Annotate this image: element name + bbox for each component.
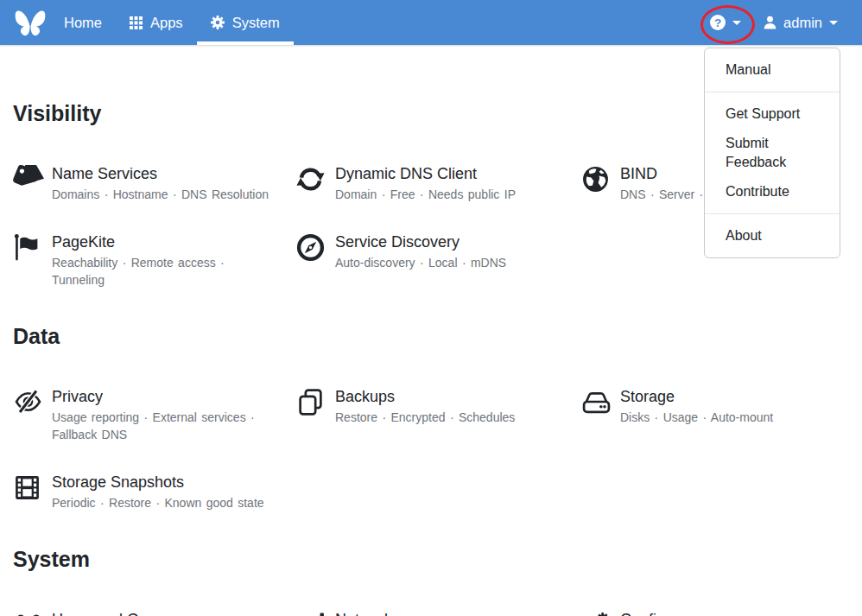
card-dynamic-dns-client[interactable]: Dynamic DNS Client Domain · Free · Needs… — [296, 164, 581, 203]
eye-slash-icon — [13, 387, 52, 443]
section-heading: Data — [13, 323, 849, 349]
card-subtitle: Domain · Free · Needs public IP — [335, 186, 516, 203]
card-title: Storage — [620, 387, 773, 407]
users-icon — [13, 610, 52, 616]
user-icon — [764, 16, 776, 29]
card-backups[interactable]: Backups Restore · Encrypted · Schedules — [296, 387, 581, 443]
nav-home[interactable]: Home — [50, 0, 116, 45]
card-title: BIND — [620, 164, 703, 184]
card-title: Dynamic DNS Client — [335, 164, 516, 184]
menu-item-contribute[interactable]: Contribute — [705, 177, 840, 206]
card-title: Users and Groups — [52, 610, 178, 616]
card-title: Service Discovery — [335, 232, 506, 252]
signal-icon — [296, 610, 335, 616]
card-storage[interactable]: Storage Disks · Usage · Auto-mount — [581, 387, 849, 443]
card-subtitle: Domains · Hostname · DNS Resolution — [52, 186, 269, 203]
menu-item-about[interactable]: About — [705, 221, 840, 251]
card-title: Privacy — [52, 387, 269, 407]
film-icon — [13, 473, 52, 511]
nav-apps[interactable]: Apps — [116, 0, 197, 45]
section-heading: System — [13, 546, 849, 572]
card-privacy[interactable]: Privacy Usage reporting · External servi… — [13, 387, 296, 443]
chevron-down-icon — [732, 21, 741, 25]
card-title: Storage Snapshots — [52, 473, 264, 492]
nav-system[interactable]: System — [197, 0, 294, 45]
menu-item-submit-feedback[interactable]: Submit Feedback — [705, 129, 840, 177]
hard-drive-icon — [581, 387, 620, 443]
question-circle-icon: ? — [710, 15, 726, 30]
card-networks[interactable]: Networks — [296, 610, 581, 616]
card-title: Networks — [335, 610, 400, 616]
nav-apps-label: Apps — [150, 15, 183, 31]
card-subtitle: Periodic · Restore · Known good state — [52, 494, 264, 511]
cogs-icon — [581, 610, 620, 616]
menu-item-get-support[interactable]: Get Support — [705, 99, 840, 129]
compass-icon — [296, 232, 335, 289]
tags-icon — [13, 164, 52, 203]
user-menu-label: admin — [783, 15, 822, 31]
menu-divider — [705, 92, 840, 92]
card-subtitle: DNS · Server · — [620, 186, 703, 203]
card-subtitle: Usage reporting · External services · Fa… — [52, 409, 269, 443]
navbar-right: ? admin — [710, 0, 862, 45]
freedombox-logo[interactable] — [0, 0, 50, 45]
card-subtitle: Restore · Encrypted · Schedules — [335, 409, 515, 426]
card-users-and-groups[interactable]: Users and Groups — [13, 610, 296, 616]
chevron-down-icon — [829, 21, 838, 25]
menu-item-manual[interactable]: Manual — [705, 55, 840, 85]
card-pagekite[interactable]: PageKite Reachability · Remote access · … — [13, 232, 296, 289]
section-data: Data Privacy Usage reporting · External … — [13, 323, 849, 511]
globe-icon — [581, 164, 620, 203]
card-storage-snapshots[interactable]: Storage Snapshots Periodic · Restore · K… — [13, 473, 296, 511]
card-subtitle: Disks · Usage · Auto-mount — [620, 409, 773, 426]
gear-icon — [211, 16, 225, 29]
sync-icon — [296, 164, 335, 203]
card-subtitle: Auto-discovery · Local · mDNS — [335, 254, 506, 271]
help-dropdown-menu: Manual Get Support Submit Feedback Contr… — [704, 48, 840, 258]
card-title: PageKite — [52, 232, 269, 252]
section-system: System Users — [13, 546, 849, 616]
card-title: Name Services — [52, 164, 269, 184]
card-configure[interactable]: Configure — [581, 610, 849, 616]
card-title: Backups — [335, 387, 515, 407]
nav-home-label: Home — [64, 15, 102, 31]
flag-icon — [13, 232, 52, 289]
nav-system-label: System — [232, 15, 280, 31]
menu-divider — [705, 213, 840, 214]
help-menu-button[interactable]: ? — [710, 15, 741, 30]
top-navbar: Home Apps — [0, 0, 862, 45]
copy-icon — [296, 387, 335, 443]
apps-grid-icon — [130, 16, 143, 29]
card-subtitle: Reachability · Remote access · Tunneling — [52, 254, 269, 289]
card-name-services[interactable]: Name Services Domains · Hostname · DNS R… — [13, 164, 296, 203]
butterfly-icon — [12, 6, 48, 39]
user-menu-button[interactable]: admin — [764, 15, 838, 31]
card-service-discovery[interactable]: Service Discovery Auto-discovery · Local… — [296, 232, 581, 289]
card-title: Configure — [620, 610, 688, 616]
